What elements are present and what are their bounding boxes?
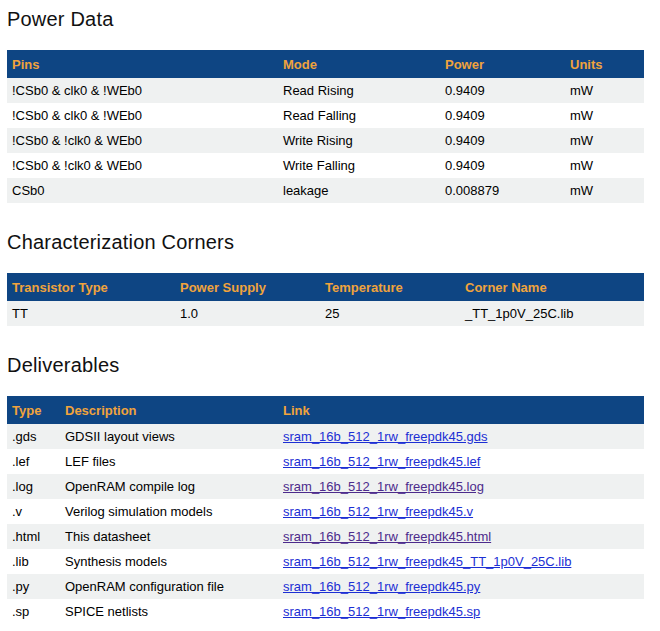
column-header: Mode [278,50,440,78]
deliverable-link[interactable]: sram_16b_512_1rw_freepdk45.log [283,479,484,494]
deliverable-link[interactable]: sram_16b_512_1rw_freepdk45_TT_1p0V_25C.l… [283,554,571,569]
deliverable-link[interactable]: sram_16b_512_1rw_freepdk45.html [283,529,491,544]
column-header: Power [440,50,565,78]
column-header: Corner Name [460,273,644,301]
table-cell: .v [7,499,60,524]
table-cell: 0.008879 [440,178,565,203]
table-cell: sram_16b_512_1rw_freepdk45_TT_1p0V_25C.l… [278,549,644,574]
table-cell: .log [7,474,60,499]
table-cell: LEF files [60,449,278,474]
table-cell: 25 [320,301,460,326]
table-cell: .py [7,574,60,599]
table-cell: !CSb0 & clk0 & !WEb0 [7,103,278,128]
table-cell: OpenRAM compile log [60,474,278,499]
table-row: .spSPICE netlistssram_16b_512_1rw_freepd… [7,599,644,624]
table-row: .gdsGDSII layout viewssram_16b_512_1rw_f… [7,424,644,449]
table-cell: leakage [278,178,440,203]
deliverable-link[interactable]: sram_16b_512_1rw_freepdk45.py [283,579,480,594]
deliverable-link[interactable]: sram_16b_512_1rw_freepdk45.lef [283,454,480,469]
table-cell: sram_16b_512_1rw_freepdk45.lef [278,449,644,474]
section-title-deliverables: Deliverables [7,352,644,378]
header-row: PinsModePowerUnits [7,50,644,78]
section-title-characterization-corners: Characterization Corners [7,229,644,255]
corners-table-head: Transistor TypePower SupplyTemperatureCo… [7,273,644,301]
table-cell: !CSb0 & !clk0 & WEb0 [7,128,278,153]
table-cell: sram_16b_512_1rw_freepdk45.v [278,499,644,524]
column-header: Pins [7,50,278,78]
table-cell: mW [565,103,644,128]
table-row: .lefLEF filessram_16b_512_1rw_freepdk45.… [7,449,644,474]
table-cell: .gds [7,424,60,449]
table-cell: mW [565,178,644,203]
table-cell: .lib [7,549,60,574]
header-row: Transistor TypePower SupplyTemperatureCo… [7,273,644,301]
column-header: Units [565,50,644,78]
table-cell: .lef [7,449,60,474]
table-cell: CSb0 [7,178,278,203]
table-cell: 0.9409 [440,103,565,128]
table-row: CSb0leakage0.008879mW [7,178,644,203]
table-row: TT1.025_TT_1p0V_25C.lib [7,301,644,326]
power-data-table-body: !CSb0 & clk0 & !WEb0Read Rising0.9409mW!… [7,78,644,203]
table-cell: 0.9409 [440,128,565,153]
column-header: Power Supply [175,273,320,301]
table-cell: !CSb0 & clk0 & !WEb0 [7,78,278,103]
table-cell: GDSII layout views [60,424,278,449]
table-cell: .sp [7,599,60,624]
table-row: .pyOpenRAM configuration filesram_16b_51… [7,574,644,599]
table-cell: Write Rising [278,128,440,153]
table-cell: sram_16b_512_1rw_freepdk45.gds [278,424,644,449]
column-header: Transistor Type [7,273,175,301]
table-row: !CSb0 & !clk0 & WEb0Write Falling0.9409m… [7,153,644,178]
table-cell: Write Falling [278,153,440,178]
table-row: .logOpenRAM compile logsram_16b_512_1rw_… [7,474,644,499]
table-cell: This datasheet [60,524,278,549]
column-header: Temperature [320,273,460,301]
power-data-table: PinsModePowerUnits !CSb0 & clk0 & !WEb0R… [7,50,644,203]
table-row: .libSynthesis modelssram_16b_512_1rw_fre… [7,549,644,574]
table-row: !CSb0 & clk0 & !WEb0Read Falling0.9409mW [7,103,644,128]
table-cell: mW [565,153,644,178]
deliverables-table-body: .gdsGDSII layout viewssram_16b_512_1rw_f… [7,424,644,624]
table-cell: Read Rising [278,78,440,103]
table-cell: TT [7,301,175,326]
table-cell: Synthesis models [60,549,278,574]
table-cell: !CSb0 & !clk0 & WEb0 [7,153,278,178]
deliverables-table-head: TypeDescriptionLink [7,396,644,424]
table-row: .htmlThis datasheetsram_16b_512_1rw_free… [7,524,644,549]
table-cell: mW [565,128,644,153]
power-data-table-head: PinsModePowerUnits [7,50,644,78]
deliverables-table: TypeDescriptionLink .gdsGDSII layout vie… [7,396,644,624]
deliverable-link[interactable]: sram_16b_512_1rw_freepdk45.gds [283,429,488,444]
table-cell: SPICE netlists [60,599,278,624]
table-cell: 0.9409 [440,153,565,178]
table-row: !CSb0 & clk0 & !WEb0Read Rising0.9409mW [7,78,644,103]
table-cell: Verilog simulation models [60,499,278,524]
column-header: Description [60,396,278,424]
table-cell: 1.0 [175,301,320,326]
table-row: .vVerilog simulation modelssram_16b_512_… [7,499,644,524]
column-header: Type [7,396,60,424]
table-cell: sram_16b_512_1rw_freepdk45.sp [278,599,644,624]
table-cell: Read Falling [278,103,440,128]
table-cell: 0.9409 [440,78,565,103]
table-cell: sram_16b_512_1rw_freepdk45.html [278,524,644,549]
table-cell: sram_16b_512_1rw_freepdk45.py [278,574,644,599]
header-row: TypeDescriptionLink [7,396,644,424]
table-cell: .html [7,524,60,549]
deliverable-link[interactable]: sram_16b_512_1rw_freepdk45.v [283,504,473,519]
table-cell: OpenRAM configuration file [60,574,278,599]
corners-table-body: TT1.025_TT_1p0V_25C.lib [7,301,644,326]
table-cell: mW [565,78,644,103]
table-cell: sram_16b_512_1rw_freepdk45.log [278,474,644,499]
section-title-power-data: Power Data [7,6,644,32]
characterization-corners-table: Transistor TypePower SupplyTemperatureCo… [7,273,644,326]
table-row: !CSb0 & !clk0 & WEb0Write Rising0.9409mW [7,128,644,153]
table-cell: _TT_1p0V_25C.lib [460,301,644,326]
datasheet-page: Power Data PinsModePowerUnits !CSb0 & cl… [0,0,660,631]
column-header: Link [278,396,644,424]
deliverable-link[interactable]: sram_16b_512_1rw_freepdk45.sp [283,604,480,619]
